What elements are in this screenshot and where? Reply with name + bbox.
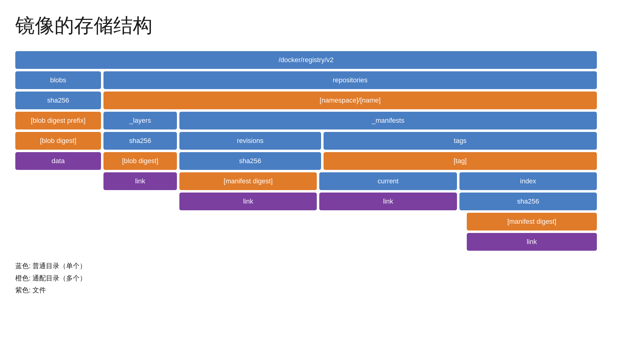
- row-9: link: [15, 233, 597, 251]
- legend-orange: 橙色: 通配目录（多个）: [15, 272, 629, 284]
- layers-box: _layers: [103, 112, 177, 129]
- repositories-box: repositories: [103, 71, 597, 89]
- sha256-layers-box: sha256: [103, 132, 177, 150]
- blob-digest-left-box: [blob digest]: [15, 132, 101, 150]
- tags-box: tags: [324, 132, 597, 150]
- row-4: [blob digest] sha256 revisions tags: [15, 132, 597, 150]
- manifest-digest-tags-box: [manifest digest]: [467, 213, 597, 230]
- diagram: /docker/registry/v2 blobs repositories s…: [15, 51, 597, 251]
- link-current-box: link: [319, 193, 457, 210]
- row-2: sha256 [namespace]/[name]: [15, 92, 597, 109]
- data-box: data: [15, 152, 101, 170]
- tag-box: [tag]: [324, 152, 597, 170]
- link-bottom-box: link: [467, 233, 597, 251]
- row-root: /docker/registry/v2: [15, 51, 597, 69]
- sha256-tags-box: sha256: [459, 193, 597, 210]
- sha256-revisions-box: sha256: [179, 152, 321, 170]
- blob-digest-prefix-box: [blob digest prefix]: [15, 112, 101, 129]
- revisions-box: revisions: [179, 132, 321, 150]
- row-5: data [blob digest] sha256 [tag]: [15, 152, 597, 170]
- index-box: index: [459, 172, 597, 190]
- legend: 蓝色: 普通目录（单个） 橙色: 通配目录（多个） 紫色: 文件: [15, 260, 629, 296]
- row-1: blobs repositories: [15, 71, 597, 89]
- blob-digest-mid-box: [blob digest]: [103, 152, 177, 170]
- link-rev-box: link: [179, 193, 317, 210]
- link-layers-box: link: [103, 172, 177, 190]
- root-box: /docker/registry/v2: [15, 51, 597, 69]
- page-title: 镜像的存储结构: [15, 12, 629, 39]
- namespace-name-box: [namespace]/[name]: [103, 92, 597, 109]
- legend-purple: 紫色: 文件: [15, 284, 629, 296]
- row-8: [manifest digest]: [15, 213, 597, 230]
- row-6: link [manifest digest] current index: [15, 172, 597, 190]
- manifest-digest-box: [manifest digest]: [179, 172, 317, 190]
- sha256-left-box: sha256: [15, 92, 101, 109]
- row-7: link link sha256: [15, 193, 597, 210]
- current-box: current: [319, 172, 457, 190]
- row-3: [blob digest prefix] _layers _manifests: [15, 112, 597, 129]
- legend-blue: 蓝色: 普通目录（单个）: [15, 260, 629, 272]
- manifests-box: _manifests: [179, 112, 597, 129]
- blobs-box: blobs: [15, 71, 101, 89]
